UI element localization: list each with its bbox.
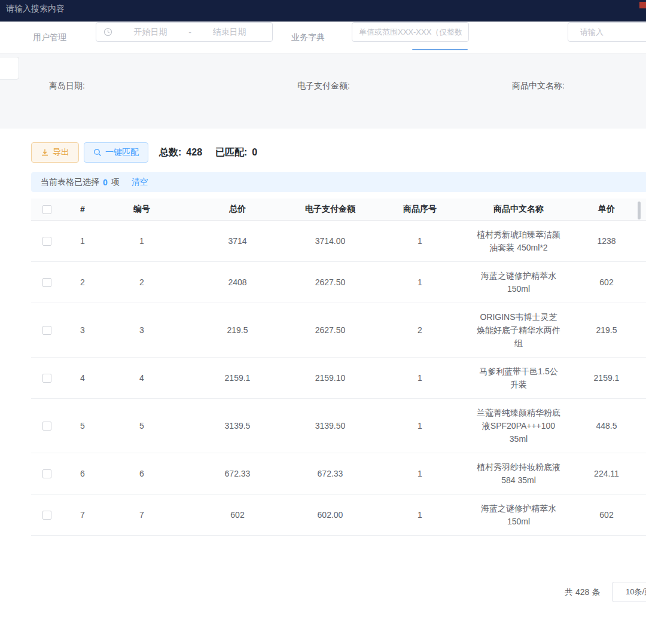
amount-filter-label: 电子支付金额: [297,76,350,96]
row-checkbox[interactable] [42,422,51,431]
export-button[interactable]: 导出 [31,142,79,163]
row-checkbox[interactable] [42,511,51,520]
date-separator: - [186,28,194,37]
select-all-cell [31,199,62,220]
cell-product-name: 海蓝之谜修护精萃水 150ml [474,494,563,535]
col-unit-price: 单价 [563,199,646,220]
cell-code: 4 [103,357,181,398]
page-size-select[interactable]: 10条/页 [612,582,646,602]
tab-0[interactable]: 用户管理 [33,22,66,53]
table-row: 6 6 672.33 672.33 1 植村秀羽纱持妆粉底液584 35ml 2… [31,453,646,494]
table-body: 1 1 3714 3714.00 1 植村秀新琥珀臻萃洁颜油套装 450ml*2… [31,220,646,541]
cell-product-name: 兰蔻菁纯臻颜精华粉底液SPF20PA+++100 35ml [474,398,563,453]
cell-code: 2 [103,261,181,303]
data-table: # 编号 总价 电子支付金额 商品序号 商品中文名称 单价 1 1 3714 3… [31,199,646,541]
cell-code: 6 [103,453,181,494]
cell-unit-price: 1238 [563,220,646,261]
table-row: 8 8 1023.47 1023.47 1 卡诗菁纯亮泽经典香氛 170.58 [31,535,646,541]
cell-product-seq: 1 [366,357,474,398]
table-scrollbar[interactable] [638,202,641,219]
cell-total-price: 2159.1 [181,357,294,398]
row-checkbox[interactable] [42,278,51,287]
cell-epay-amount: 672.33 [294,453,366,494]
cell-product-name: 马爹利蓝带干邑1.5公升装 [474,357,563,398]
cell-product-seq: 1 [366,535,474,541]
total-value: 428 [186,147,202,158]
cell-product-name: 卡诗菁纯亮泽经典香氛 [474,535,563,541]
row-checkbox[interactable] [42,469,51,478]
cell-code: 1 [103,220,181,261]
cell-code: 5 [103,398,181,453]
page: 请输入搜索内容 用户管理机构管理岗位管理系统字典业务字典菜单管理案件管理× 离岛… [0,0,646,644]
product-name-input[interactable]: 请输入 [568,22,646,42]
date-start-placeholder: 开始日期 [115,27,186,38]
cell-index: 4 [62,357,103,398]
cell-product-name: ORIGINS韦博士灵芝焕能好底子精华水两件组 [474,303,563,357]
cell-unit-price: 602 [563,261,646,303]
col-total-price: 总价 [181,199,294,220]
col-index: # [62,199,103,220]
col-product-name: 商品中文名称 [474,199,563,220]
cell-unit-price: 448.5 [563,398,646,453]
cell-total-price: 3139.5 [181,398,294,453]
cell-product-seq: 1 [366,220,474,261]
selection-count: 0 [103,178,108,187]
cell-epay-amount: 3714.00 [294,220,366,261]
cell-unit-price: 170.58 [563,535,646,541]
row-checkbox[interactable] [42,326,51,335]
cell-index: 6 [62,453,103,494]
cell-epay-amount: 2627.50 [294,261,366,303]
cell-product-seq: 1 [366,398,474,453]
cell-total-price: 672.33 [181,453,294,494]
notification-badge [639,2,646,8]
cell-total-price: 602 [181,494,294,535]
row-checkbox[interactable] [42,374,51,383]
cell-product-seq: 2 [366,303,474,357]
cell-epay-amount: 602.00 [294,494,366,535]
col-code: 编号 [103,199,181,220]
global-search-input[interactable]: 请输入搜索内容 [6,4,65,14]
selection-prefix: 当前表格已选择 [41,177,99,188]
date-end-placeholder: 结束日期 [194,27,265,38]
cell-index: 3 [62,303,103,357]
cell-index: 1 [62,220,103,261]
cell-product-seq: 1 [366,453,474,494]
table-row: 7 7 602 602.00 1 海蓝之谜修护精萃水 150ml 602 [31,494,646,535]
cell-code: 7 [103,494,181,535]
download-icon [41,148,49,157]
cell-product-name: 植村秀羽纱持妆粉底液584 35ml [474,453,563,494]
cell-epay-amount: 3139.50 [294,398,366,453]
amount-placeholder: 单值或范围XXX-XXX（仅整数 [359,27,462,38]
total-label: 总数: [159,146,181,159]
cell-product-name: 海蓝之谜修护精萃水 150ml [474,261,563,303]
amount-input[interactable]: 单值或范围XXX-XXX（仅整数 [352,22,469,42]
table-row: 5 5 3139.5 3139.50 1 兰蔻菁纯臻颜精华粉底液SPF20PA+… [31,398,646,453]
cell-total-price: 2408 [181,261,294,303]
select-all-checkbox[interactable] [42,205,51,214]
col-epay-amount: 电子支付金额 [294,199,366,220]
tab-4[interactable]: 业务字典 [291,22,325,53]
clear-selection-link[interactable]: 清空 [132,177,148,188]
cell-unit-price: 219.5 [563,303,646,357]
cell-index: 5 [62,398,103,453]
cell-unit-price: 224.11 [563,453,646,494]
date-range-input[interactable]: 开始日期 - 结束日期 [96,22,273,42]
cell-unit-price: 602 [563,494,646,535]
tab-label: 业务字典 [291,32,325,43]
row-checkbox[interactable] [42,237,51,246]
selection-suffix: 项 [111,177,120,188]
date-filter-label: 离岛日期: [49,76,85,96]
table-row: 4 4 2159.1 2159.10 1 马爹利蓝带干邑1.5公升装 2159.… [31,357,646,398]
cell-product-seq: 1 [366,261,474,303]
col-product-seq: 商品序号 [366,199,474,220]
one-click-match-button[interactable]: 一键匹配 [84,142,148,163]
cell-code: 8 [103,535,181,541]
cell-code: 3 [103,303,181,357]
cell-total-price: 1023.47 [181,535,294,541]
clock-icon [103,28,112,36]
cell-unit-price: 2159.1 [563,357,646,398]
matched-label: 已匹配: [215,146,247,159]
collapsed-panel-fragment[interactable] [0,57,19,80]
cell-index: 8 [62,535,103,541]
cell-product-seq: 1 [366,494,474,535]
